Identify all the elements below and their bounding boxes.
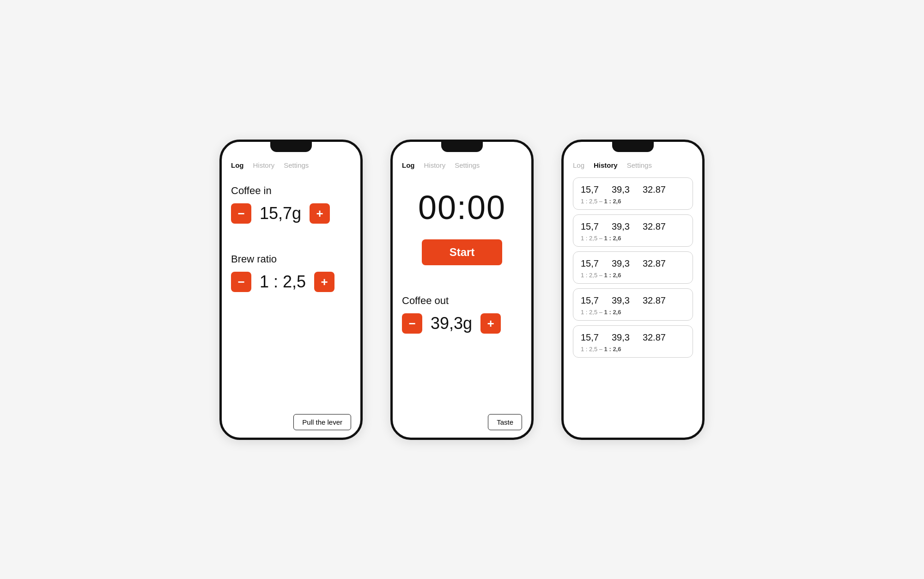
phone1-left-btn (219, 211, 221, 244)
phone1-nav: Log History Settings (231, 161, 351, 170)
phone1-side-btn-top (361, 197, 363, 220)
history-col2: 39,3 (612, 258, 630, 269)
coffee-in-label: Coffee in (231, 185, 351, 197)
coffee-out-plus[interactable]: + (480, 313, 501, 334)
pull-lever-button[interactable]: Pull the lever (293, 414, 351, 430)
phone1-side-btn-mid (361, 227, 363, 250)
history-col1: 15,7 (581, 295, 599, 306)
coffee-out-label: Coffee out (402, 295, 522, 307)
phone3: Log History Settings 15,7 39,3 32.87 1 :… (561, 140, 705, 440)
phone2-nav: Log History Settings (402, 161, 522, 170)
tab-history-p1[interactable]: History (253, 161, 275, 170)
taste-button[interactable]: Taste (488, 414, 522, 430)
history-list: 15,7 39,3 32.87 1 : 2,5 – 1 : 2,6 15,7 3… (573, 177, 693, 358)
history-col3: 32.87 (643, 258, 666, 269)
history-card-sub: 1 : 2,5 – 1 : 2,6 (581, 272, 685, 279)
tab-history-p3[interactable]: History (594, 161, 618, 170)
history-card-values: 15,7 39,3 32.87 (581, 221, 685, 232)
tab-log-p1[interactable]: Log (231, 161, 244, 170)
tab-history-p2[interactable]: History (424, 161, 446, 170)
history-col1: 15,7 (581, 184, 599, 195)
history-col2: 39,3 (612, 184, 630, 195)
history-card-values: 15,7 39,3 32.87 (581, 184, 685, 195)
phone1-bottom: Pull the lever (231, 414, 351, 430)
history-card[interactable]: 15,7 39,3 32.87 1 : 2,5 – 1 : 2,6 (573, 325, 693, 358)
phone1-notch (270, 142, 312, 152)
coffee-in-minus[interactable]: − (231, 203, 251, 224)
phone3-side-btn-top (703, 197, 705, 220)
history-col2: 39,3 (612, 295, 630, 306)
coffee-in-control: − 15,7g + (231, 203, 351, 224)
history-card-values: 15,7 39,3 32.87 (581, 258, 685, 269)
tab-log-p2[interactable]: Log (402, 161, 415, 170)
phone3-side-btn-mid (703, 227, 705, 250)
history-col3: 32.87 (643, 221, 666, 232)
history-card[interactable]: 15,7 39,3 32.87 1 : 2,5 – 1 : 2,6 (573, 251, 693, 284)
history-card-values: 15,7 39,3 32.87 (581, 295, 685, 306)
brew-ratio-plus[interactable]: + (314, 272, 334, 292)
tab-settings-p3[interactable]: Settings (627, 161, 652, 170)
phone1: Log History Settings Coffee in − 15,7g +… (219, 140, 363, 440)
timer-display: 00:00 (402, 189, 522, 226)
history-card[interactable]: 15,7 39,3 32.87 1 : 2,5 – 1 : 2,6 (573, 214, 693, 247)
history-col3: 32.87 (643, 295, 666, 306)
coffee-in-value: 15,7g (260, 204, 301, 223)
history-card[interactable]: 15,7 39,3 32.87 1 : 2,5 – 1 : 2,6 (573, 177, 693, 210)
history-col3: 32.87 (643, 184, 666, 195)
history-col1: 15,7 (581, 258, 599, 269)
coffee-out-minus[interactable]: − (402, 313, 422, 334)
history-card[interactable]: 15,7 39,3 32.87 1 : 2,5 – 1 : 2,6 (573, 288, 693, 321)
history-card-sub: 1 : 2,5 – 1 : 2,6 (581, 309, 685, 316)
history-col1: 15,7 (581, 221, 599, 232)
phone3-notch (612, 142, 654, 152)
phone2-side-btn-top (532, 197, 534, 220)
start-button[interactable]: Start (422, 239, 503, 265)
phone2-side-btn-mid (532, 227, 534, 250)
coffee-out-value: 39,3g (431, 314, 472, 333)
history-col2: 39,3 (612, 332, 630, 343)
coffee-out-control: − 39,3g + (402, 313, 522, 334)
tab-settings-p1[interactable]: Settings (284, 161, 309, 170)
tab-settings-p2[interactable]: Settings (455, 161, 480, 170)
history-card-sub: 1 : 2,5 – 1 : 2,6 (581, 346, 685, 353)
phone2-notch (441, 142, 483, 152)
history-col2: 39,3 (612, 221, 630, 232)
brew-ratio-control: − 1 : 2,5 + (231, 272, 351, 292)
tab-log-p3[interactable]: Log (573, 161, 584, 170)
brew-ratio-label: Brew ratio (231, 253, 351, 265)
history-col3: 32.87 (643, 332, 666, 343)
brew-ratio-minus[interactable]: − (231, 272, 251, 292)
phone2: Log History Settings 00:00 Start Coffee … (390, 140, 534, 440)
history-card-sub: 1 : 2,5 – 1 : 2,6 (581, 235, 685, 242)
phone2-left-btn (390, 211, 392, 244)
brew-ratio-value: 1 : 2,5 (260, 272, 306, 292)
history-card-values: 15,7 39,3 32.87 (581, 332, 685, 343)
phone3-nav: Log History Settings (573, 161, 693, 170)
history-col1: 15,7 (581, 332, 599, 343)
phone3-left-btn (561, 211, 563, 244)
history-card-sub: 1 : 2,5 – 1 : 2,6 (581, 198, 685, 205)
phone2-bottom: Taste (402, 414, 522, 430)
coffee-in-plus[interactable]: + (310, 203, 330, 224)
